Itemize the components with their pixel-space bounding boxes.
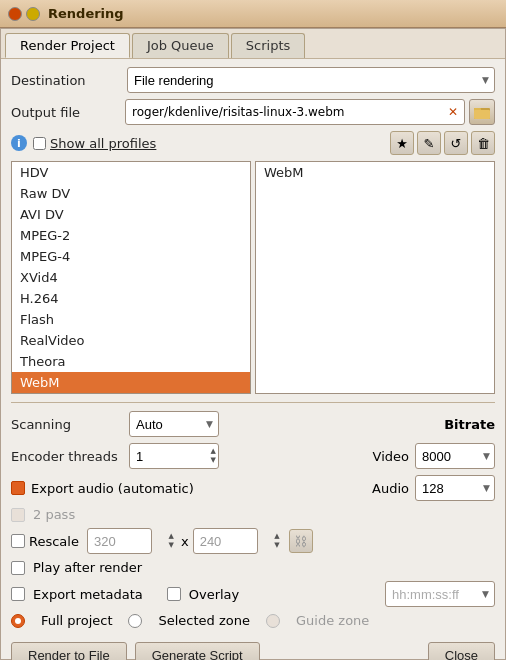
bitrate-label: Bitrate (444, 417, 495, 432)
category-HDV[interactable]: HDV (12, 162, 250, 183)
video-label: Video (373, 449, 409, 464)
metadata-overlay-row: Export metadata Overlay hh:mm:ss:ff (11, 581, 495, 607)
export-metadata-label: Export metadata (33, 587, 143, 602)
profile-action-buttons: ★ ✎ ↺ 🗑 (390, 131, 495, 155)
audio-label: Audio (372, 481, 409, 496)
rescale-width-input[interactable] (87, 528, 152, 554)
two-pass-row: 2 pass (11, 507, 495, 522)
encoder-threads-label: Encoder threads (11, 449, 121, 464)
close-btn[interactable]: Close (428, 642, 495, 660)
overlay-timecode-wrapper[interactable]: hh:mm:ss:ff (385, 581, 495, 607)
category-Flash[interactable]: Flash (12, 309, 250, 330)
width-spin-down[interactable]: ▼ (168, 541, 175, 550)
scanning-select[interactable]: Auto (129, 411, 219, 437)
export-audio-checkbox[interactable] (11, 481, 25, 495)
video-bitrate-select[interactable]: 8000 (415, 443, 495, 469)
rescale-checkbox[interactable] (11, 534, 25, 548)
encoder-threads-spinner[interactable]: ▲ ▼ (129, 443, 219, 469)
selected-zone-label: Selected zone (158, 613, 250, 628)
video-bitrate-wrapper[interactable]: 8000 (415, 443, 495, 469)
category-RealVideo[interactable]: RealVideo (12, 330, 250, 351)
play-after-render-label: Play after render (33, 560, 142, 575)
output-file-value: roger/kdenlive/risitas-linux-3.webm (132, 105, 444, 119)
tab-scripts[interactable]: Scripts (231, 33, 305, 58)
info-icon[interactable]: i (11, 135, 27, 151)
rescale-height-input[interactable] (193, 528, 258, 554)
audio-bitrate-row: Audio 128 (372, 475, 495, 501)
spin-down[interactable]: ▼ (210, 456, 217, 465)
sub-profile-WebM[interactable]: WebM (256, 162, 494, 183)
svg-rect-2 (474, 110, 490, 119)
category-list[interactable]: HDV Raw DV AVI DV MPEG-2 MPEG-4 XVid4 H.… (11, 161, 251, 394)
folder-icon (474, 105, 490, 119)
category-H264[interactable]: H.264 (12, 288, 250, 309)
rescale-height-spinner[interactable]: ▲ ▼ (193, 528, 283, 554)
delete-btn[interactable]: 🗑 (471, 131, 495, 155)
profile-lists: HDV Raw DV AVI DV MPEG-2 MPEG-4 XVid4 H.… (11, 161, 495, 394)
tab-job-queue[interactable]: Job Queue (132, 33, 229, 58)
scanning-label: Scanning (11, 417, 121, 432)
export-metadata-checkbox[interactable] (11, 587, 25, 601)
destination-select[interactable]: File rendering (127, 67, 495, 93)
audio-bitrate-select[interactable]: 128 (415, 475, 495, 501)
spinner-arrows: ▲ ▼ (210, 443, 217, 469)
star-btn[interactable]: ★ (390, 131, 414, 155)
selected-zone-radio[interactable] (128, 614, 142, 628)
x-label: x (181, 534, 189, 549)
two-pass-label: 2 pass (33, 507, 75, 522)
browse-output-btn[interactable] (469, 99, 495, 125)
clear-output-icon[interactable]: ✕ (448, 105, 458, 119)
show-all-profiles-label[interactable]: Show all profiles (33, 136, 156, 151)
spin-up[interactable]: ▲ (210, 447, 217, 456)
render-to-file-btn[interactable]: Render to File (11, 642, 127, 660)
guide-zone-label: Guide zone (296, 613, 369, 628)
refresh-btn[interactable]: ↺ (444, 131, 468, 155)
export-audio-label: Export audio (automatic) (31, 481, 194, 496)
overlay-label: Overlay (189, 587, 240, 602)
play-after-render-row: Play after render (11, 560, 495, 575)
destination-select-wrapper[interactable]: File rendering (127, 67, 495, 93)
output-file-label: Output file (11, 105, 121, 120)
output-file-row: Output file roger/kdenlive/risitas-linux… (11, 99, 495, 125)
generate-script-btn[interactable]: Generate Script (135, 642, 260, 660)
category-AVIDV[interactable]: AVI DV (12, 204, 250, 225)
play-after-render-checkbox[interactable] (11, 561, 25, 575)
audio-bitrate-wrapper[interactable]: 128 (415, 475, 495, 501)
width-spin-up[interactable]: ▲ (168, 532, 175, 541)
guide-zone-radio[interactable] (266, 614, 280, 628)
overlay-checkbox[interactable] (167, 587, 181, 601)
overlay-timecode-select[interactable]: hh:mm:ss:ff (385, 581, 495, 607)
minimize-window-btn[interactable] (26, 7, 40, 21)
category-MPEG2[interactable]: MPEG-2 (12, 225, 250, 246)
rescale-label: Rescale (29, 534, 79, 549)
close-window-btn[interactable] (8, 7, 22, 21)
encoder-video-row: Encoder threads ▲ ▼ Video 8000 (11, 443, 495, 469)
encoder-threads-input[interactable] (129, 443, 219, 469)
destination-label: Destination (11, 73, 121, 88)
tabs-bar: Render Project Job Queue Scripts (1, 29, 505, 59)
rescale-width-spinner[interactable]: ▲ ▼ (87, 528, 177, 554)
category-Theora[interactable]: Theora (12, 351, 250, 372)
output-file-field[interactable]: roger/kdenlive/risitas-linux-3.webm ✕ (125, 99, 465, 125)
category-WebM[interactable]: WebM (12, 372, 250, 393)
sub-profile-list[interactable]: WebM (255, 161, 495, 394)
height-spin-up[interactable]: ▲ (273, 532, 280, 541)
aspect-ratio-lock-btn[interactable]: ⛓ (289, 529, 313, 553)
height-spinner-arrows: ▲ ▼ (273, 528, 280, 554)
category-XVid4[interactable]: XVid4 (12, 267, 250, 288)
tab-render-project[interactable]: Render Project (5, 33, 130, 58)
scanning-select-wrapper[interactable]: Auto (129, 411, 219, 437)
action-buttons-row: Render to File Generate Script Close (11, 634, 495, 660)
width-spinner-arrows: ▲ ▼ (168, 528, 175, 554)
two-pass-checkbox[interactable] (11, 508, 25, 522)
full-project-radio[interactable] (11, 614, 25, 628)
window-title: Rendering (48, 6, 124, 21)
category-MPEG4[interactable]: MPEG-4 (12, 246, 250, 267)
window-controls[interactable] (8, 7, 40, 21)
category-RawDV[interactable]: Raw DV (12, 183, 250, 204)
edit-btn[interactable]: ✎ (417, 131, 441, 155)
show-all-profiles-checkbox[interactable] (33, 137, 46, 150)
height-spin-down[interactable]: ▼ (273, 541, 280, 550)
title-bar: Rendering (0, 0, 506, 28)
show-all-profiles-row: i Show all profiles ★ ✎ ↺ 🗑 (11, 131, 495, 155)
